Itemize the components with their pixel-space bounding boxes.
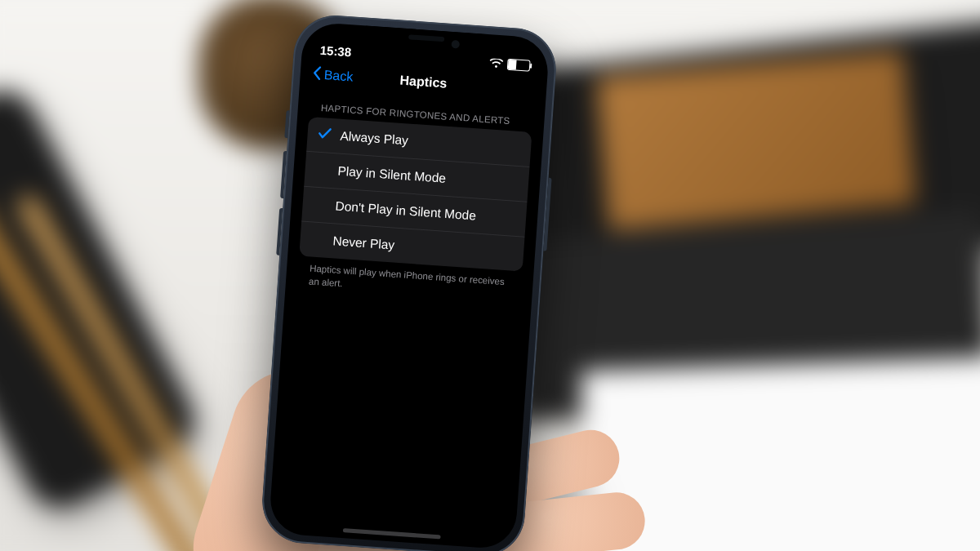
back-button[interactable]: Back xyxy=(305,58,359,94)
battery-icon: 39 xyxy=(507,59,531,72)
wifi-icon xyxy=(489,58,504,69)
option-label: Don't Play in Silent Mode xyxy=(335,198,477,223)
checkmark-icon xyxy=(318,127,332,143)
page-title: Haptics xyxy=(399,73,448,91)
iphone: 15:38 39 xyxy=(260,13,559,551)
phone-body: 15:38 39 xyxy=(260,13,559,551)
option-label: Always Play xyxy=(340,129,409,149)
battery-percent: 39 xyxy=(508,60,530,69)
screen: 15:38 39 xyxy=(268,21,550,550)
chevron-left-icon xyxy=(311,65,323,84)
back-label: Back xyxy=(323,68,354,84)
haptics-section: HAPTICS FOR RINGTONES AND ALERTS Always … xyxy=(286,90,546,304)
haptics-option-list: Always Play Play in Silent Mode Don't Pl… xyxy=(299,117,532,272)
option-label: Play in Silent Mode xyxy=(337,164,447,186)
status-time: 15:38 xyxy=(319,43,351,60)
home-indicator[interactable] xyxy=(343,528,441,539)
option-label: Never Play xyxy=(332,233,395,252)
